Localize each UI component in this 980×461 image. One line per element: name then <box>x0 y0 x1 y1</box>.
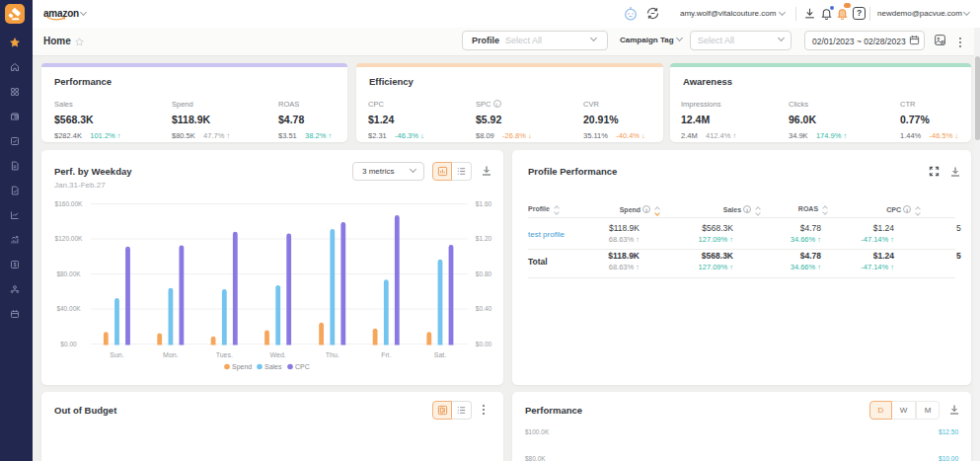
svg-text:$: $ <box>13 263 16 268</box>
svg-text:$0.00: $0.00 <box>476 341 492 347</box>
svg-text:Wed.: Wed. <box>270 351 286 358</box>
svg-text:Sat.: Sat. <box>434 351 447 358</box>
svg-text:CPC: CPC <box>295 363 310 370</box>
svg-text:Mon.: Mon. <box>163 351 179 358</box>
svg-text:$160.00K: $160.00K <box>55 200 83 207</box>
svg-text:Spend: Spend <box>232 363 252 371</box>
svg-text:$0.00: $0.00 <box>60 341 77 347</box>
svg-text:$0.40: $0.40 <box>476 305 492 312</box>
svg-text:Sun.: Sun. <box>110 351 123 358</box>
svg-text:$40.00K: $40.00K <box>56 305 81 312</box>
svg-text:$1.60: $1.60 <box>476 200 492 207</box>
svg-text:$0.80: $0.80 <box>476 270 492 277</box>
svg-text:$120.00K: $120.00K <box>55 235 83 242</box>
svg-text:Tues.: Tues. <box>216 351 233 358</box>
svg-text:Sales: Sales <box>264 363 282 370</box>
svg-text:Fri.: Fri. <box>381 351 391 358</box>
svg-text:Thu.: Thu. <box>326 351 339 358</box>
svg-text:$1.20: $1.20 <box>476 235 492 242</box>
svg-text:$80.00K: $80.00K <box>56 270 81 277</box>
